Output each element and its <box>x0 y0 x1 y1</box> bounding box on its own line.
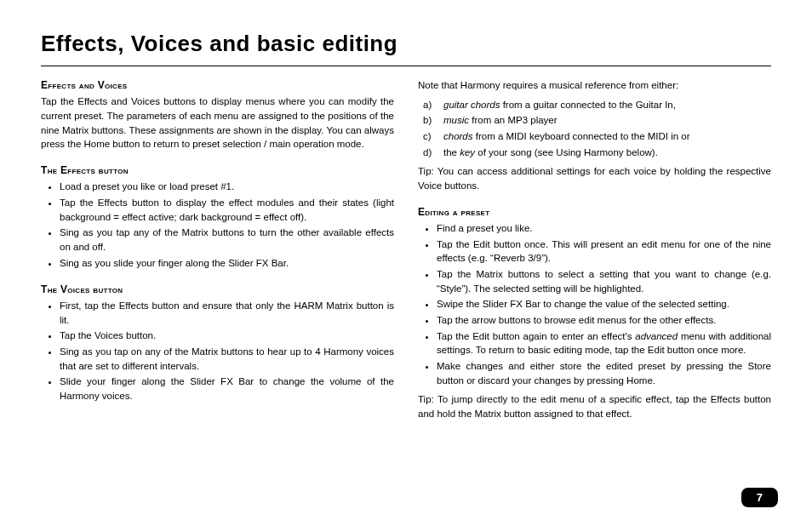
para-tip-voice-hold: Tip: You can access additional settings … <box>418 164 771 192</box>
list-letter-text: the key of your song (see Using Harmony … <box>443 146 658 160</box>
list-effects-button: Load a preset you like or load preset #1… <box>41 180 394 270</box>
list-item: Make changes and either store the edited… <box>437 359 771 387</box>
list-letter-label: b) <box>423 113 437 128</box>
list-letter-text: music from an MP3 player <box>443 113 558 128</box>
list-letter-label: d) <box>423 146 437 160</box>
list-editing-preset: Find a preset you like. Tap the Edit but… <box>418 221 771 387</box>
para-tip-jump: Tip: To jump directly to the edit menu o… <box>418 392 771 420</box>
two-column-layout: Effects and Voices Tap the Effects and V… <box>41 78 771 426</box>
list-item: a) guitar chords from a guitar connected… <box>423 98 771 112</box>
list-item: d) the key of your song (see Using Harmo… <box>423 146 771 160</box>
list-item: Tap the Edit button again to enter an ef… <box>437 329 771 357</box>
list-item: Tap the arrow buttons to browse edit men… <box>437 313 771 328</box>
page-number-badge: 7 <box>741 488 778 507</box>
page-title: Effects, Voices and basic editing <box>41 31 771 66</box>
list-voices-button: First, tap the Effects button and ensure… <box>41 299 394 403</box>
list-item: Tap the Edit button once. This will pres… <box>437 237 771 266</box>
right-column: Note that Harmony requires a musical ref… <box>418 78 771 426</box>
list-item: Find a preset you like. <box>437 221 771 236</box>
list-item: b) music from an MP3 player <box>423 113 771 128</box>
list-item: Tap the Matrix buttons to select a setti… <box>437 267 771 295</box>
left-column: Effects and Voices Tap the Effects and V… <box>41 78 394 426</box>
list-item: c) chords from a MIDI keyboard connected… <box>423 129 771 144</box>
page: Effects, Voices and basic editing Effect… <box>0 0 812 526</box>
list-item: Load a preset you like or load preset #1… <box>60 180 394 194</box>
heading-effects-and-voices: Effects and Voices <box>41 78 394 93</box>
list-item: Tap the Effects button to display the ef… <box>60 196 394 224</box>
list-item: Sing as you slide your finger along the … <box>60 256 394 271</box>
para-harmony-intro: Note that Harmony requires a musical ref… <box>418 78 771 93</box>
para-effects-and-voices: Tap the Effects and Voices buttons to di… <box>41 94 394 152</box>
heading-effects-button: The Effects button <box>41 163 394 178</box>
list-letter-label: a) <box>423 98 437 112</box>
heading-voices-button: The Voices button <box>41 283 394 297</box>
list-item: Slide your finger along the Slider FX Ba… <box>60 374 394 403</box>
list-letter-text: guitar chords from a guitar connected to… <box>443 98 676 112</box>
list-item: Tap the Voices button. <box>60 329 394 343</box>
list-letter-label: c) <box>423 129 437 144</box>
list-item: Swipe the Slider FX Bar to change the va… <box>437 297 771 312</box>
heading-editing-preset: Editing a preset <box>418 205 771 220</box>
list-lettered: a) guitar chords from a guitar connected… <box>418 98 771 160</box>
list-letter-text: chords from a MIDI keyboard connected to… <box>443 129 690 144</box>
list-item: Sing as you tap on any of the Matrix but… <box>60 345 394 373</box>
list-item: First, tap the Effects button and ensure… <box>60 299 394 327</box>
list-item: Sing as you tap any of the Matrix button… <box>60 226 394 254</box>
